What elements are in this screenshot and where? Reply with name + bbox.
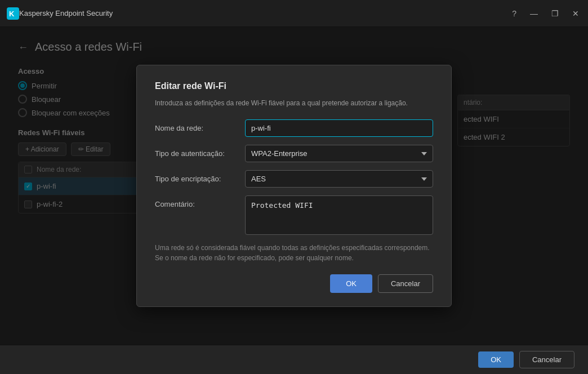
modal-title: Editar rede Wi-Fi <box>155 81 433 91</box>
network-name-row: Nome da rede: <box>155 119 433 137</box>
auth-type-select[interactable]: WPA2-Enterprise WPA2-Personal WPA3 Open <box>245 145 433 162</box>
network-name-input[interactable] <box>245 119 433 137</box>
modal-overlay: Editar rede Wi-Fi Introduza as definiçõe… <box>0 27 588 345</box>
modal-ok-button[interactable]: OK <box>330 274 372 293</box>
auth-type-row: Tipo de autenticação: WPA2-Enterprise WP… <box>155 145 433 162</box>
minimize-button[interactable]: — <box>528 7 540 20</box>
app-logo: K <box>7 7 19 20</box>
modal-info-text: Uma rede só é considerada fiável quando … <box>155 243 433 263</box>
ok-button[interactable]: OK <box>478 351 514 368</box>
app-title: Kaspersky Endpoint Security <box>19 9 510 17</box>
comment-textarea[interactable]: Protected WIFI <box>245 195 433 235</box>
svg-text:K: K <box>9 10 15 18</box>
edit-wifi-modal: Editar rede Wi-Fi Introduza as definiçõe… <box>136 65 452 307</box>
close-button[interactable]: ✕ <box>570 7 581 20</box>
auth-type-label: Tipo de autenticação: <box>155 149 245 158</box>
modal-footer: OK Cancelar <box>155 274 433 293</box>
modal-description: Introduza as definições da rede Wi-Fi fi… <box>155 98 433 108</box>
encryption-type-row: Tipo de encriptação: AES TKIP Auto <box>155 170 433 188</box>
comment-label: Comentário: <box>155 195 245 208</box>
network-name-label: Nome da rede: <box>155 124 245 132</box>
window-controls: ? — ❐ ✕ <box>510 7 581 20</box>
encryption-type-select[interactable]: AES TKIP Auto <box>245 170 433 188</box>
title-bar: K Kaspersky Endpoint Security ? — ❐ ✕ <box>0 0 588 27</box>
modal-cancel-button[interactable]: Cancelar <box>378 274 433 293</box>
encryption-type-label: Tipo de encriptação: <box>155 175 245 183</box>
bottom-bar: OK Cancelar <box>0 345 588 374</box>
main-content: ← Acesso a redes Wi-Fi Acesso Permitir B… <box>0 27 588 345</box>
comment-row: Comentário: Protected WIFI <box>155 195 433 235</box>
cancel-button[interactable]: Cancelar <box>519 351 574 368</box>
restore-button[interactable]: ❐ <box>549 7 561 20</box>
help-button[interactable]: ? <box>510 7 519 20</box>
